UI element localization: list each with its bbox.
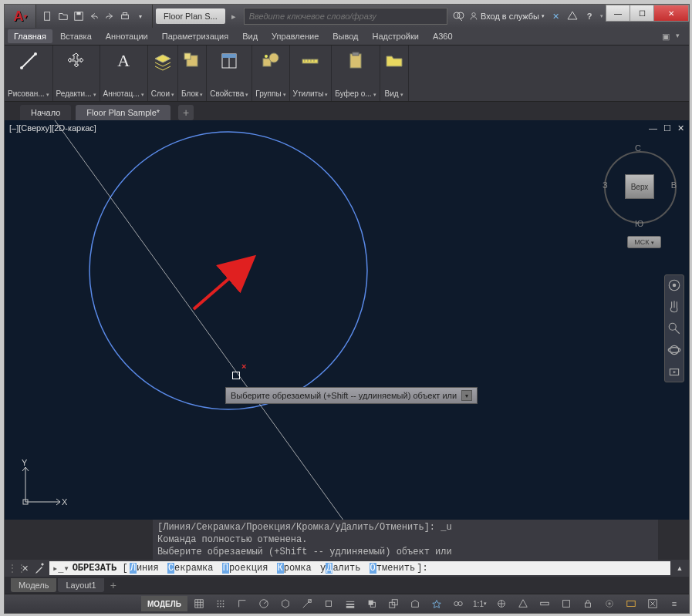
nav-zoom-icon[interactable] (667, 321, 681, 335)
ribbon-collapse-icon[interactable]: ▾ (676, 32, 680, 42)
workspace-icon[interactable] (491, 596, 511, 611)
customize-icon[interactable]: ≡ (664, 596, 684, 611)
tab-addons[interactable]: Надстройки (366, 29, 425, 43)
panel-annotation[interactable]: A Аннотац...▾ (100, 45, 148, 101)
drawing-viewport[interactable]: [–][Сверху][2D-каркас] — ☐ ✕ × Выберите … (5, 120, 689, 520)
layers-icon[interactable] (152, 50, 174, 72)
app-logo[interactable]: A▾ (5, 5, 36, 28)
osnap-tracking-icon[interactable] (297, 596, 317, 611)
cmd-option[interactable]: Отменить (368, 563, 417, 574)
ucs-badge[interactable]: МСК ▾ (627, 236, 661, 248)
lineweight-icon[interactable] (340, 596, 360, 611)
layout-tab-model[interactable]: Модель (11, 578, 56, 592)
add-tab-button[interactable]: + (178, 105, 194, 120)
grid-icon[interactable] (189, 596, 209, 611)
text-icon[interactable]: A (113, 50, 134, 72)
clipboard-icon[interactable] (345, 50, 366, 72)
layout-add-button[interactable]: + (106, 579, 121, 591)
folder-icon[interactable] (383, 50, 405, 72)
nav-orbit-icon[interactable] (667, 343, 681, 357)
isolate-icon[interactable] (599, 596, 619, 611)
tab-home[interactable]: Главная (8, 29, 52, 43)
infocenter-search-icon[interactable] (452, 10, 464, 22)
block-icon[interactable] (181, 50, 203, 72)
panel-draw[interactable]: Рисован...▾ (5, 45, 53, 101)
ortho-icon[interactable] (232, 596, 252, 611)
tab-document[interactable]: Floor Plan Sample* (76, 105, 170, 120)
open-icon[interactable] (56, 9, 70, 23)
cmd-customize-icon[interactable] (34, 562, 46, 574)
exchange-icon[interactable]: ✕ (549, 10, 562, 22)
tab-a360[interactable]: A360 (427, 29, 459, 43)
tab-view[interactable]: Вид (236, 29, 264, 43)
viewcube-north[interactable]: С (635, 143, 641, 153)
nav-showmotion-icon[interactable] (667, 365, 681, 379)
panel-utilities[interactable]: Утилиты▾ (290, 45, 332, 101)
tab-manage[interactable]: Управление (265, 29, 325, 43)
save-icon[interactable] (72, 9, 86, 23)
annotation-visibility-icon[interactable] (427, 596, 447, 611)
help-icon[interactable]: ? (583, 10, 596, 22)
tab-parametric[interactable]: Параметризация (156, 29, 235, 43)
measure-icon[interactable] (299, 50, 321, 72)
vp-close-icon[interactable]: ✕ (677, 123, 684, 133)
panel-modify[interactable]: Редакти...▾ (53, 45, 100, 101)
tab-insert[interactable]: Вставка (54, 29, 98, 43)
search-input[interactable] (244, 8, 447, 25)
command-line[interactable]: ⋮⋮ ✕ ▸_▾ ОБРЕЗАТЬ [ Линия Секрамка Проек… (5, 560, 689, 577)
groups-icon[interactable] (260, 50, 282, 72)
viewcube-east[interactable]: В (671, 180, 677, 190)
command-input[interactable]: ▸_▾ ОБРЕЗАТЬ [ Линия Секрамка Проекция К… (49, 561, 670, 575)
cmd-close-icon[interactable]: ✕ (19, 562, 31, 574)
snap-icon[interactable] (211, 596, 231, 611)
cmd-option[interactable]: Кромка (275, 563, 313, 574)
login-button[interactable]: Вход в службы ▾ (469, 12, 545, 21)
panel-view[interactable]: Вид▾ (380, 45, 409, 101)
panel-block[interactable]: Блок▾ (178, 45, 207, 101)
auto-scale-icon[interactable] (448, 596, 468, 611)
properties-icon[interactable] (218, 50, 240, 72)
isodraft-icon[interactable] (275, 596, 295, 611)
qat-dropdown-icon[interactable]: ▾ (133, 9, 147, 23)
viewcube-south[interactable]: Ю (635, 219, 643, 228)
panel-groups[interactable]: Группы▾ (252, 45, 289, 101)
viewcube[interactable]: С Ю З В Верх (604, 143, 673, 228)
units-icon[interactable] (535, 596, 555, 611)
cmd-option[interactable]: Линия (128, 563, 160, 574)
hardware-accel-icon[interactable] (621, 596, 641, 611)
cmd-recent-icon[interactable]: ▲ (673, 562, 686, 574)
selection-cycling-icon[interactable] (383, 596, 403, 611)
line-icon[interactable] (18, 50, 39, 72)
title-arrow-icon[interactable]: ▸ (228, 5, 239, 28)
lock-ui-icon[interactable] (578, 596, 598, 611)
featured-apps-icon[interactable]: ▣ (662, 32, 670, 42)
move-icon[interactable] (66, 50, 87, 72)
nav-wheel-icon[interactable] (667, 278, 681, 292)
print-icon[interactable] (118, 9, 132, 23)
panel-clipboard[interactable]: Буфер о...▾ (332, 45, 380, 101)
polar-icon[interactable] (254, 596, 274, 611)
scale-value[interactable]: 1:1 ▾ (470, 596, 490, 611)
viewcube-face[interactable]: Верх (625, 174, 654, 199)
status-model-button[interactable]: МОДЕЛЬ (141, 596, 187, 611)
viewcube-west[interactable]: З (603, 180, 608, 190)
cmd-drag-handle[interactable]: ⋮⋮ (8, 563, 15, 574)
clean-screen-icon[interactable] (643, 596, 663, 611)
quick-properties-icon[interactable] (556, 596, 576, 611)
close-button[interactable]: ✕ (653, 5, 689, 22)
layout-tab-layout1[interactable]: Layout1 (58, 578, 103, 592)
nav-pan-icon[interactable] (667, 300, 681, 314)
new-icon[interactable] (41, 9, 55, 23)
cmd-option[interactable]: Секрамка (166, 563, 215, 574)
panel-layers[interactable]: Слои▾ (148, 45, 178, 101)
tab-output[interactable]: Вывод (326, 29, 364, 43)
annotation-scale-icon[interactable] (405, 596, 425, 611)
cmd-option[interactable]: уДалить (319, 563, 362, 574)
redo-icon[interactable] (103, 9, 116, 23)
tab-start[interactable]: Начало (20, 105, 71, 120)
transparency-icon[interactable] (362, 596, 382, 611)
tab-annotate[interactable]: Аннотации (100, 29, 154, 43)
tooltip-options-icon[interactable]: ▾ (461, 390, 472, 401)
panel-properties[interactable]: Свойства▾ (207, 45, 252, 101)
minimize-button[interactable]: — (606, 5, 630, 22)
